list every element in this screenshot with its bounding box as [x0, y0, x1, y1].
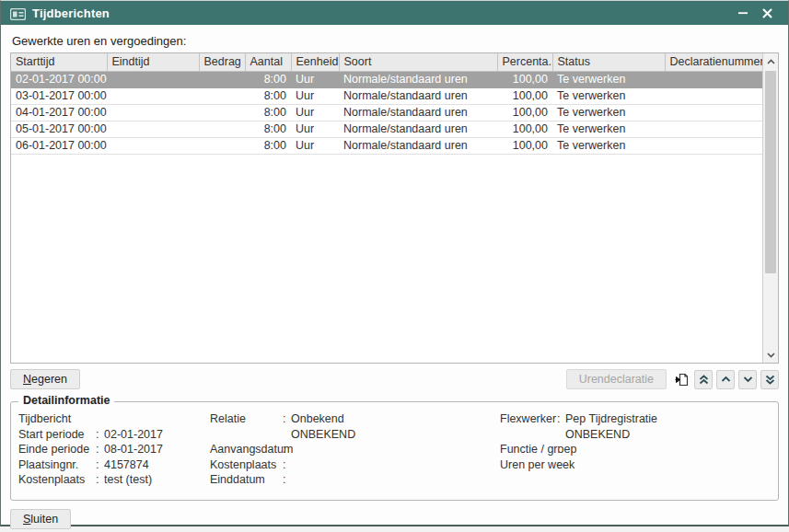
urendeclaratie-button[interactable]: Urendeclaratie: [566, 369, 667, 389]
cell-eindtijd[interactable]: [107, 104, 199, 121]
tijdberichten-window: Tijdberichten Gewerkte uren en vergoedin…: [0, 0, 789, 526]
cell-percentage[interactable]: 100,00: [497, 104, 552, 121]
cell-eenheid[interactable]: Uur: [291, 121, 339, 137]
col-header-starttijd[interactable]: Starttijd: [11, 53, 107, 71]
cell-bedrag[interactable]: [199, 71, 245, 87]
cell-soort[interactable]: Normale/standaard uren: [339, 137, 497, 154]
cell-bedrag[interactable]: [199, 137, 245, 154]
cell-status[interactable]: Te verwerken: [552, 137, 665, 154]
detail-field-flexwerker-line2: ONBEKEND: [500, 427, 771, 443]
table-row[interactable]: 06-01-2017 00:00 8:00 Uur Normale/standa…: [11, 137, 762, 154]
detail-field-functie-groep: Functie / groep:: [500, 442, 771, 457]
table-row[interactable]: 04-01-2017 00:00 8:00 Uur Normale/standa…: [11, 104, 762, 121]
cell-eindtijd[interactable]: [107, 87, 199, 104]
scrollbar-track[interactable]: [763, 69, 778, 347]
titlebar: Tijdberichten: [1, 1, 788, 25]
cell-soort[interactable]: Normale/standaard uren: [339, 71, 497, 87]
col-header-percentage[interactable]: Percenta...: [497, 53, 552, 71]
detail-field-relatie: Relatie:Onbekend: [210, 411, 500, 427]
cell-percentage[interactable]: 100,00: [497, 71, 552, 87]
worked-hours-grid: Starttijd Eindtijd Bedrag Aantal Eenheid…: [10, 52, 779, 364]
detail-column-2: Relatie:Onbekend ONBEKEND Aanvangsdatum:…: [210, 411, 500, 488]
cell-status[interactable]: Te verwerken: [552, 87, 665, 104]
scrollbar-up-arrow-icon[interactable]: [763, 53, 778, 69]
cell-percentage[interactable]: 100,00: [497, 121, 552, 137]
cell-status[interactable]: Te verwerken: [552, 121, 665, 137]
page-forward-icon[interactable]: [672, 370, 690, 389]
cell-percentage[interactable]: 100,00: [497, 87, 552, 104]
cell-eenheid[interactable]: Uur: [291, 104, 339, 121]
cell-declaratienummer[interactable]: [665, 71, 762, 87]
table-row[interactable]: 02-01-2017 00:00 8:00 Uur Normale/standa…: [11, 71, 762, 87]
cell-status[interactable]: Te verwerken: [552, 71, 665, 87]
cell-eindtijd[interactable]: [107, 137, 199, 154]
col-header-status[interactable]: Status: [552, 53, 665, 71]
cell-declaratienummer[interactable]: [665, 104, 762, 121]
cell-declaratienummer[interactable]: [665, 121, 762, 137]
window-content: Gewerkte uren en vergoedingen: Starttijd…: [1, 25, 788, 529]
table-row[interactable]: 03-01-2017 00:00 8:00 Uur Normale/standa…: [11, 87, 762, 104]
cell-eenheid[interactable]: Uur: [291, 71, 339, 87]
table-header-row: Starttijd Eindtijd Bedrag Aantal Eenheid…: [11, 53, 762, 71]
negeren-button[interactable]: Negeren: [10, 369, 80, 389]
cell-starttijd[interactable]: 05-01-2017 00:00: [11, 121, 107, 137]
cell-eindtijd[interactable]: [107, 121, 199, 137]
scroll-down-button[interactable]: [738, 370, 757, 389]
cell-status[interactable]: Te verwerken: [552, 104, 665, 121]
scroll-up-button[interactable]: [716, 370, 735, 389]
cell-declaratienummer[interactable]: [665, 87, 762, 104]
cell-bedrag[interactable]: [199, 104, 245, 121]
col-header-aantal[interactable]: Aantal: [245, 53, 291, 71]
cell-eindtijd[interactable]: [107, 71, 199, 87]
col-header-eenheid[interactable]: Eenheid: [291, 53, 339, 71]
grid-area: Starttijd Eindtijd Bedrag Aantal Eenheid…: [11, 53, 762, 363]
detail-field-uren-per-week: Uren per week:: [500, 457, 771, 473]
detail-field-flexwerker: Flexwerker:Pep Tijdregistratie: [500, 411, 771, 427]
scrollbar-thumb[interactable]: [765, 71, 776, 273]
close-button[interactable]: [755, 3, 779, 23]
cell-bedrag[interactable]: [199, 121, 245, 137]
cell-aantal[interactable]: 8:00: [245, 104, 291, 121]
cell-starttijd[interactable]: 03-01-2017 00:00: [11, 87, 107, 104]
cell-eenheid[interactable]: Uur: [291, 87, 339, 104]
detail-legend: Detailinformatie: [18, 394, 114, 407]
detail-field-einddatum: Einddatum:: [210, 472, 500, 488]
cell-percentage[interactable]: 100,00: [497, 137, 552, 154]
table-caption: Gewerkte uren en vergoedingen:: [12, 34, 779, 48]
table-row[interactable]: 05-01-2017 00:00 8:00 Uur Normale/standa…: [11, 121, 762, 137]
minimize-button[interactable]: [731, 3, 755, 23]
cell-soort[interactable]: Normale/standaard uren: [339, 87, 497, 104]
col-header-bedrag[interactable]: Bedrag: [199, 53, 245, 71]
cell-bedrag[interactable]: [199, 87, 245, 104]
detail-field-relatie-line2: ONBEKEND: [210, 427, 500, 443]
col-header-soort[interactable]: Soort: [339, 53, 497, 71]
cell-starttijd[interactable]: 02-01-2017 00:00: [11, 71, 107, 87]
action-bar: Negeren Urendeclaratie: [10, 368, 779, 390]
detail-field-kostenplaats-2: Kostenplaats:: [210, 457, 500, 473]
scroll-to-bottom-button[interactable]: [760, 370, 779, 389]
id-card-icon: [10, 7, 26, 19]
cell-eenheid[interactable]: Uur: [291, 137, 339, 154]
detail-column-3: Flexwerker:Pep Tijdregistratie ONBEKEND …: [500, 411, 771, 488]
detail-field-tijdbericht: Tijdbericht: [18, 411, 210, 427]
scrollbar-down-arrow-icon[interactable]: [763, 347, 778, 363]
col-header-eindtijd[interactable]: Eindtijd: [107, 53, 199, 71]
window-title: Tijdberichten: [32, 6, 110, 20]
col-header-declaratienummer[interactable]: Declaratienummer: [665, 53, 762, 71]
detail-field-plaatsingnr: Plaatsingnr.:4157874: [18, 457, 210, 473]
cell-aantal[interactable]: 8:00: [245, 121, 291, 137]
cell-aantal[interactable]: 8:00: [245, 87, 291, 104]
scroll-to-top-button[interactable]: [694, 370, 713, 389]
cell-starttijd[interactable]: 06-01-2017 00:00: [11, 137, 107, 154]
vertical-scrollbar[interactable]: [762, 53, 778, 363]
detail-fieldset: Detailinformatie Tijdbericht Start perio…: [10, 401, 779, 501]
cell-soort[interactable]: Normale/standaard uren: [339, 121, 497, 137]
cell-aantal[interactable]: 8:00: [245, 137, 291, 154]
cell-declaratienummer[interactable]: [665, 137, 762, 154]
sluiten-button[interactable]: Sluiten: [10, 509, 71, 529]
cell-soort[interactable]: Normale/standaard uren: [339, 104, 497, 121]
footer: Sluiten: [10, 509, 779, 529]
detail-column-1: Tijdbericht Start periode:02-01-2017 Ein…: [18, 411, 210, 488]
cell-starttijd[interactable]: 04-01-2017 00:00: [11, 104, 107, 121]
cell-aantal[interactable]: 8:00: [245, 71, 291, 87]
